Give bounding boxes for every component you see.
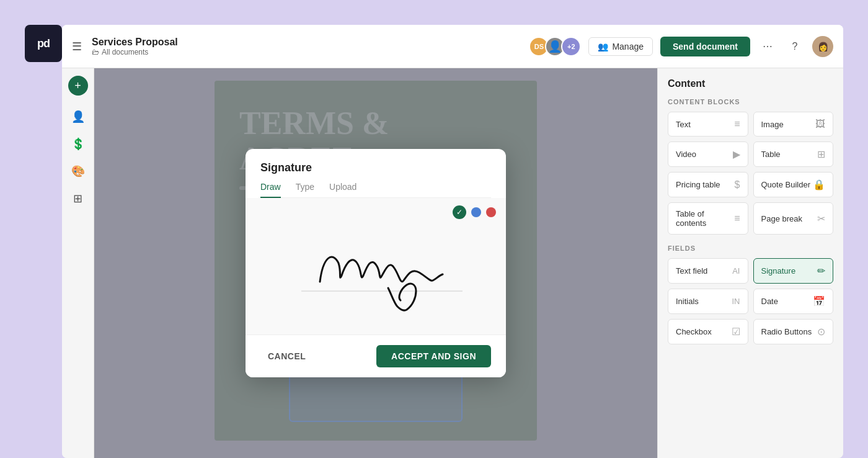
sidebar-icon-palette[interactable]: 🎨 bbox=[67, 160, 89, 182]
fields-label: FIELDS bbox=[668, 245, 833, 252]
modal-header: Signature Draw Type Upload bbox=[246, 149, 506, 198]
modal-tabs: Draw Type Upload bbox=[260, 182, 491, 198]
field-text-field[interactable]: Text field AI bbox=[668, 258, 748, 284]
signature-drawing bbox=[270, 201, 481, 325]
image-icon: 🖼 bbox=[815, 119, 825, 130]
field-date[interactable]: Date 📅 bbox=[753, 289, 834, 314]
text-icon: ≡ bbox=[734, 119, 740, 130]
tool-check-icon[interactable]: ✓ bbox=[453, 205, 466, 219]
field-checkbox[interactable]: Checkbox ☑ bbox=[668, 319, 748, 344]
signature-icon: ✏ bbox=[817, 265, 825, 277]
app-logo[interactable]: pd bbox=[25, 25, 62, 62]
page-break-icon: ✂ bbox=[817, 213, 825, 225]
modal-title: Signature bbox=[260, 161, 491, 174]
checkbox-icon: ☑ bbox=[732, 326, 740, 338]
cancel-button[interactable]: CANCEL bbox=[260, 346, 313, 366]
body-area: + 👤 💲 🎨 ⊞ TERMS & AGREE Signature bbox=[62, 68, 843, 458]
block-image-label: Image bbox=[761, 120, 784, 129]
field-text-label: Text field bbox=[676, 266, 707, 276]
content-blocks-grid: Text ≡ Image 🖼 Video ▶ Table ⊞ Pricing t… bbox=[668, 112, 833, 235]
block-table[interactable]: Table ⊞ bbox=[753, 141, 834, 167]
avatar-group: DS 👤 +2 bbox=[529, 37, 581, 56]
logo-text: pd bbox=[37, 37, 50, 50]
left-sidebar: + 👤 💲 🎨 ⊞ bbox=[62, 68, 94, 458]
radio-icon: ⊙ bbox=[817, 326, 825, 338]
more-options-button[interactable]: ⋯ bbox=[758, 37, 777, 56]
block-toc[interactable]: Table of contents ≡ bbox=[668, 202, 748, 235]
block-text[interactable]: Text ≡ bbox=[668, 112, 748, 137]
field-radio-label: Radio Buttons bbox=[761, 327, 812, 336]
canvas-area: TERMS & AGREE Signature Draw Type Upload bbox=[94, 68, 657, 458]
video-icon: ▶ bbox=[733, 148, 740, 160]
menu-icon[interactable]: ☰ bbox=[72, 40, 82, 53]
right-panel: Content CONTENT BLOCKS Text ≡ Image 🖼 Vi… bbox=[657, 68, 843, 458]
block-video[interactable]: Video ▶ bbox=[668, 141, 748, 167]
sidebar-icon-people[interactable]: 👤 bbox=[67, 106, 89, 128]
block-page-break[interactable]: Page break ✂ bbox=[753, 202, 834, 235]
add-content-button[interactable]: + bbox=[68, 76, 88, 96]
header-right: DS 👤 +2 👥 Manage Send document ⋯ ? 👩 bbox=[529, 36, 833, 57]
initials-icon: IN bbox=[732, 297, 740, 306]
header: ☰ Services Proposal 🗁 All documents DS 👤… bbox=[62, 25, 843, 68]
modal-overlay: Signature Draw Type Upload ✓ bbox=[94, 68, 657, 458]
manage-label: Manage bbox=[612, 42, 644, 52]
toc-icon: ≡ bbox=[734, 213, 740, 224]
app-container: ☰ Services Proposal 🗁 All documents DS 👤… bbox=[62, 25, 843, 458]
tab-type[interactable]: Type bbox=[296, 182, 314, 198]
block-pricing-label: Pricing table bbox=[676, 180, 720, 189]
tab-upload[interactable]: Upload bbox=[329, 182, 356, 198]
breadcrumb: 🗁 All documents bbox=[92, 48, 519, 56]
breadcrumb-text: All documents bbox=[102, 48, 148, 56]
block-image[interactable]: Image 🖼 bbox=[753, 112, 834, 137]
quote-icon: 🔒 bbox=[813, 179, 825, 191]
avatar-count: +2 bbox=[561, 37, 581, 56]
modal-body: ✓ bbox=[246, 198, 506, 335]
field-signature-label: Signature bbox=[761, 266, 796, 276]
field-date-label: Date bbox=[761, 297, 778, 306]
tool-color-red[interactable] bbox=[486, 207, 496, 217]
send-document-button[interactable]: Send document bbox=[660, 37, 750, 56]
panel-title: Content bbox=[668, 78, 833, 89]
text-field-icon: AI bbox=[732, 266, 740, 276]
sidebar-icon-dollar[interactable]: 💲 bbox=[67, 133, 89, 155]
block-page-break-label: Page break bbox=[761, 214, 803, 223]
field-checkbox-label: Checkbox bbox=[676, 327, 712, 336]
block-text-label: Text bbox=[676, 120, 691, 129]
field-signature[interactable]: Signature ✏ bbox=[753, 258, 834, 284]
block-table-label: Table bbox=[761, 150, 781, 159]
accept-sign-button[interactable]: ACCEPT AND SIGN bbox=[376, 345, 491, 367]
breadcrumb-folder-icon: 🗁 bbox=[92, 48, 99, 56]
block-quote-label: Quote Builder bbox=[761, 180, 811, 189]
block-toc-label: Table of contents bbox=[676, 209, 734, 228]
tab-draw[interactable]: Draw bbox=[260, 182, 281, 198]
sidebar-icon-grid[interactable]: ⊞ bbox=[67, 187, 89, 210]
pricing-icon: $ bbox=[735, 179, 740, 191]
block-pricing-table[interactable]: Pricing table $ bbox=[668, 172, 748, 197]
doc-info: Services Proposal 🗁 All documents bbox=[92, 37, 519, 56]
user-avatar[interactable]: 👩 bbox=[812, 36, 833, 57]
date-icon: 📅 bbox=[813, 295, 825, 307]
field-initials[interactable]: Initials IN bbox=[668, 289, 748, 314]
help-button[interactable]: ? bbox=[785, 37, 805, 56]
modal-footer: CANCEL ACCEPT AND SIGN bbox=[246, 335, 506, 377]
signature-modal: Signature Draw Type Upload ✓ bbox=[246, 149, 506, 377]
fields-grid: Text field AI Signature ✏ Initials IN Da… bbox=[668, 258, 833, 344]
doc-title: Services Proposal bbox=[92, 37, 519, 48]
fields-section: FIELDS Text field AI Signature ✏ Initial… bbox=[668, 245, 833, 344]
tool-color-blue[interactable] bbox=[471, 207, 481, 217]
field-initials-label: Initials bbox=[676, 297, 699, 306]
manage-icon: 👥 bbox=[598, 42, 608, 52]
content-blocks-label: CONTENT BLOCKS bbox=[668, 98, 833, 106]
field-radio-buttons[interactable]: Radio Buttons ⊙ bbox=[753, 319, 834, 344]
block-video-label: Video bbox=[676, 150, 696, 159]
block-quote-builder[interactable]: Quote Builder 🔒 bbox=[753, 172, 834, 197]
table-icon: ⊞ bbox=[817, 148, 825, 160]
manage-button[interactable]: 👥 Manage bbox=[588, 37, 653, 56]
signature-tools: ✓ bbox=[453, 205, 496, 219]
